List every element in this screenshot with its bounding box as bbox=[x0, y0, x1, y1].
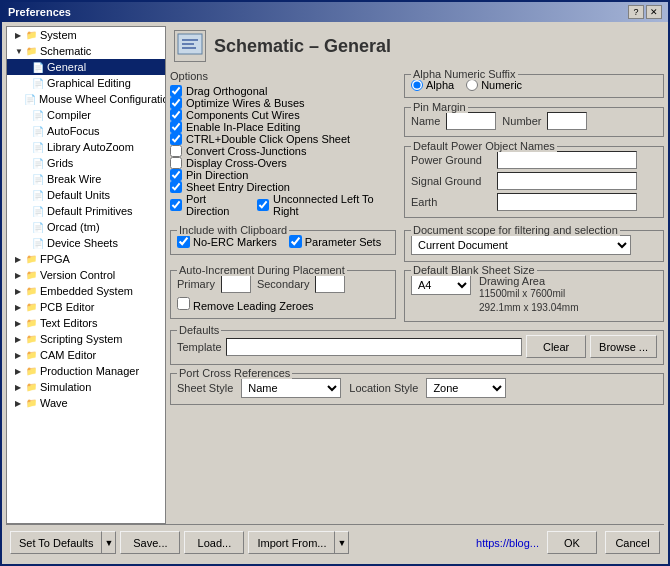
no-erc-label[interactable]: No-ERC Markers bbox=[177, 235, 277, 248]
browse-button[interactable]: Browse ... bbox=[590, 335, 657, 358]
tree-item-default-units[interactable]: 📄Default Units bbox=[7, 187, 165, 203]
numeric-radio[interactable] bbox=[466, 79, 478, 91]
option-convert-cross[interactable]: Convert Cross-Junctions bbox=[170, 145, 396, 157]
ctrl-double-click-checkbox[interactable] bbox=[170, 133, 182, 145]
clipboard-checkboxes: No-ERC Markers Parameter Sets bbox=[177, 235, 389, 248]
tree-item-schematic[interactable]: ▼📁Schematic bbox=[7, 43, 165, 59]
close-button[interactable]: ✕ bbox=[646, 5, 662, 19]
tree-item-pcb-editor[interactable]: ▶📁PCB Editor bbox=[7, 299, 165, 315]
alpha-radio[interactable] bbox=[411, 79, 423, 91]
tree-item-system[interactable]: ▶📁System bbox=[7, 27, 165, 43]
option-sheet-entry-direction[interactable]: Sheet Entry Direction bbox=[170, 181, 396, 193]
drag-orthogonal-checkbox[interactable] bbox=[170, 85, 182, 97]
tree-item-orcad[interactable]: 📄Orcad (tm) bbox=[7, 219, 165, 235]
import-from-button[interactable]: Import From... bbox=[248, 531, 335, 554]
tree-item-graphical-editing[interactable]: 📄Graphical Editing bbox=[7, 75, 165, 91]
tree-item-grids[interactable]: 📄Grids bbox=[7, 155, 165, 171]
pin-margin-name-input[interactable]: 5 bbox=[446, 112, 496, 130]
page-icon: 📄 bbox=[31, 220, 45, 234]
enable-in-place-checkbox[interactable] bbox=[170, 121, 182, 133]
unconnected-left-right-checkbox[interactable] bbox=[257, 199, 269, 211]
tree-item-text-editors[interactable]: ▶📁Text Editors bbox=[7, 315, 165, 331]
cancel-button[interactable]: Cancel bbox=[605, 531, 660, 554]
help-button[interactable]: ? bbox=[628, 5, 644, 19]
param-sets-checkbox[interactable] bbox=[289, 235, 302, 248]
tree-item-compiler[interactable]: 📄Compiler bbox=[7, 107, 165, 123]
option-enable-in-place[interactable]: Enable In-Place Editing bbox=[170, 121, 396, 133]
optimize-wires-checkbox[interactable] bbox=[170, 97, 182, 109]
convert-cross-checkbox[interactable] bbox=[170, 145, 182, 157]
tree-item-break-wire[interactable]: 📄Break Wire bbox=[7, 171, 165, 187]
tree-item-production-manager[interactable]: ▶📁Production Manager bbox=[7, 363, 165, 379]
option-drag-orthogonal[interactable]: Drag Orthogonal bbox=[170, 85, 396, 97]
doc-scope-select[interactable]: Current Document bbox=[411, 235, 631, 255]
expand-icon: ▼ bbox=[15, 47, 23, 56]
components-cut-checkbox[interactable] bbox=[170, 109, 182, 121]
template-input[interactable]: No Default Template File bbox=[226, 338, 522, 356]
remove-leading-zeroes-checkbox[interactable] bbox=[177, 297, 190, 310]
port-direction-checkbox[interactable] bbox=[170, 199, 182, 211]
tree-item-library-autozoom[interactable]: 📄Library AutoZoom bbox=[7, 139, 165, 155]
signal-ground-input[interactable]: SGND bbox=[497, 172, 637, 190]
tree-item-simulation[interactable]: ▶📁Simulation bbox=[7, 379, 165, 395]
option-unconnected-left-right[interactable]: Unconnected Left To Right bbox=[257, 193, 396, 217]
option-ctrl-double-click[interactable]: CTRL+Double Click Opens Sheet bbox=[170, 133, 396, 145]
tree-item-scripting-system[interactable]: ▶📁Scripting System bbox=[7, 331, 165, 347]
import-from-arrow[interactable]: ▼ bbox=[335, 531, 349, 554]
sheet-style-select[interactable]: Name bbox=[241, 378, 341, 398]
display-cross-checkbox[interactable] bbox=[170, 157, 182, 169]
save-button[interactable]: Save... bbox=[120, 531, 180, 554]
option-display-cross[interactable]: Display Cross-Overs bbox=[170, 157, 396, 169]
tree-item-cam-editor[interactable]: ▶📁CAM Editor bbox=[7, 347, 165, 363]
ok-button[interactable]: OK bbox=[547, 531, 597, 554]
set-to-defaults-arrow[interactable]: ▼ bbox=[102, 531, 116, 554]
pin-margin-number-input[interactable]: 8 bbox=[547, 112, 587, 130]
tree-panel[interactable]: ▶📁System▼📁Schematic📄General📄Graphical Ed… bbox=[6, 26, 166, 524]
remove-leading-zeroes-label[interactable]: Remove Leading Zeroes bbox=[177, 300, 314, 312]
tree-item-device-sheets[interactable]: 📄Device Sheets bbox=[7, 235, 165, 251]
set-to-defaults-button[interactable]: Set To Defaults bbox=[10, 531, 102, 554]
import-from-split[interactable]: Import From... ▼ bbox=[248, 531, 349, 554]
tree-item-label: FPGA bbox=[40, 253, 70, 265]
power-ground-input[interactable]: GND bbox=[497, 151, 637, 169]
preferences-window: Preferences ? ✕ ▶📁System▼📁Schematic📄Gene… bbox=[0, 0, 670, 566]
option-components-cut[interactable]: Components Cut Wires bbox=[170, 109, 396, 121]
alpha-numeric-label: Alpha Numeric Suffix bbox=[411, 70, 518, 80]
alpha-radio-label[interactable]: Alpha bbox=[411, 79, 454, 91]
tree-item-version-control[interactable]: ▶📁Version Control bbox=[7, 267, 165, 283]
tree-item-default-primitives[interactable]: 📄Default Primitives bbox=[7, 203, 165, 219]
set-to-defaults-split[interactable]: Set To Defaults ▼ bbox=[10, 531, 116, 554]
clipboard-label: Include with Clipboard bbox=[177, 224, 289, 236]
tree-item-general[interactable]: 📄General bbox=[7, 59, 165, 75]
tree-item-embedded-system[interactable]: ▶📁Embedded System bbox=[7, 283, 165, 299]
earth-input[interactable]: EARTH bbox=[497, 193, 637, 211]
load-button[interactable]: Load... bbox=[184, 531, 244, 554]
clear-button[interactable]: Clear bbox=[526, 335, 586, 358]
sheet-style-label: Sheet Style bbox=[177, 382, 233, 394]
sheet-entry-direction-label: Sheet Entry Direction bbox=[186, 181, 290, 193]
primary-input[interactable]: 1 bbox=[221, 275, 251, 293]
location-style-select[interactable]: Zone bbox=[426, 378, 506, 398]
unconnected-left-right-label: Unconnected Left To Right bbox=[273, 193, 396, 217]
tree-item-fpga[interactable]: ▶📁FPGA bbox=[7, 251, 165, 267]
param-sets-label[interactable]: Parameter Sets bbox=[289, 235, 381, 248]
blank-sheet-content: A4 Drawing Area 11500mil x 7600mil 292.1… bbox=[411, 275, 657, 315]
option-port-direction[interactable]: Port Direction bbox=[170, 193, 249, 217]
pin-direction-checkbox[interactable] bbox=[170, 169, 182, 181]
secondary-input[interactable]: 1 bbox=[315, 275, 345, 293]
tree-item-mouse-wheel[interactable]: 📄Mouse Wheel Configuration bbox=[7, 91, 165, 107]
sheet-entry-direction-checkbox[interactable] bbox=[170, 181, 182, 193]
folder-icon: 📁 bbox=[24, 396, 38, 410]
pin-margin-label: Pin Margin bbox=[411, 101, 468, 113]
numeric-radio-label[interactable]: Numeric bbox=[466, 79, 522, 91]
option-optimize-wires[interactable]: Optimize Wires & Buses bbox=[170, 97, 396, 109]
tree-item-wave[interactable]: ▶📁Wave bbox=[7, 395, 165, 411]
auto-increment-group: Auto-Increment During Placement Primary … bbox=[170, 270, 396, 319]
expand-icon: ▶ bbox=[15, 383, 23, 392]
tree-item-label: Orcad (tm) bbox=[47, 221, 100, 233]
tree-item-autofocus[interactable]: 📄AutoFocus bbox=[7, 123, 165, 139]
blank-sheet-select[interactable]: A4 bbox=[411, 275, 471, 295]
no-erc-checkbox[interactable] bbox=[177, 235, 190, 248]
option-pin-direction[interactable]: Pin Direction bbox=[170, 169, 396, 181]
pin-margin-group: Pin Margin Name 5 Number 8 bbox=[404, 107, 664, 137]
